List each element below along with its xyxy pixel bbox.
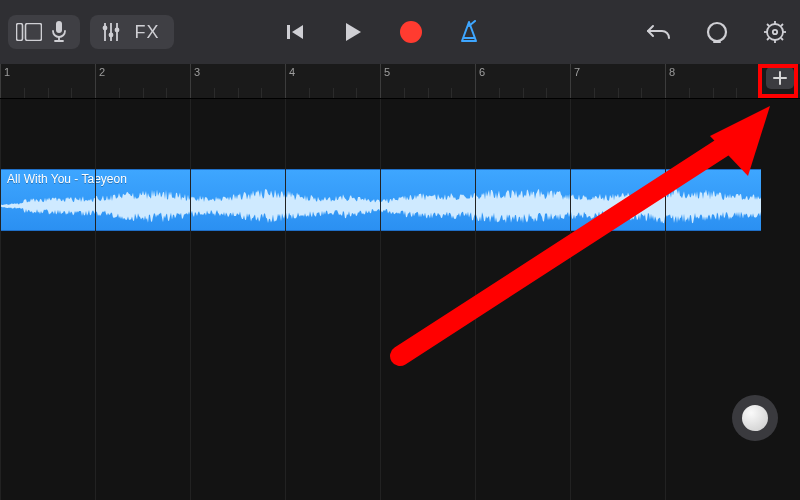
beat-tick: [594, 88, 595, 98]
beat-tick: [333, 88, 334, 98]
beat-tick: [618, 88, 619, 98]
bar-line: [475, 99, 476, 500]
waveform-icon: [1, 186, 761, 226]
record-icon[interactable]: [396, 17, 426, 47]
beat-tick: [48, 88, 49, 98]
bar-line: [190, 64, 191, 98]
beat-tick: [523, 88, 524, 98]
bar-line: [95, 64, 96, 98]
beat-tick: [356, 88, 357, 98]
assistive-touch-button[interactable]: [732, 395, 778, 441]
bar-line: [665, 64, 666, 98]
tracks-view-icon[interactable]: [14, 17, 44, 47]
svg-point-16: [767, 24, 783, 40]
beat-tick: [546, 88, 547, 98]
beat-tick: [713, 88, 714, 98]
beat-tick: [641, 88, 642, 98]
fx-button[interactable]: FX: [126, 17, 168, 47]
bar-number-label: 1: [4, 66, 10, 78]
beat-tick: [499, 88, 500, 98]
bar-number-label: 6: [479, 66, 485, 78]
bar-line: [190, 99, 191, 500]
view-mic-group: [8, 15, 80, 49]
audio-region-label: All With You - Taeyeon: [7, 172, 127, 186]
mixer-fx-group: FX: [90, 15, 174, 49]
svg-line-24: [767, 38, 769, 40]
bar-number-label: 7: [574, 66, 580, 78]
beat-tick: [71, 88, 72, 98]
beat-tick: [309, 88, 310, 98]
svg-rect-11: [287, 25, 290, 39]
timeline-ruler[interactable]: 12345678: [0, 64, 800, 99]
beat-tick: [238, 88, 239, 98]
bar-number-label: 5: [384, 66, 390, 78]
beat-tick: [119, 88, 120, 98]
svg-rect-2: [56, 21, 62, 33]
settings-gear-icon[interactable]: [760, 17, 790, 47]
beat-tick: [214, 88, 215, 98]
bar-line: [0, 64, 1, 98]
svg-rect-0: [17, 24, 23, 41]
bar-line: [285, 64, 286, 98]
svg-line-25: [781, 24, 783, 26]
svg-point-9: [109, 33, 114, 38]
svg-line-22: [767, 24, 769, 26]
beat-tick: [143, 88, 144, 98]
svg-point-17: [773, 30, 777, 34]
bar-line: [570, 99, 571, 500]
bar-line: [380, 64, 381, 98]
add-section-button[interactable]: [766, 67, 794, 89]
bar-line: [665, 99, 666, 500]
tracks-area[interactable]: All With You - Taeyeon: [0, 99, 800, 500]
bar-number-label: 8: [669, 66, 675, 78]
svg-point-8: [103, 26, 108, 31]
bar-number-label: 4: [289, 66, 295, 78]
svg-point-10: [115, 28, 120, 33]
beat-tick: [451, 88, 452, 98]
loop-browser-icon[interactable]: [702, 17, 732, 47]
bar-line: [0, 99, 1, 500]
play-icon[interactable]: [338, 17, 368, 47]
svg-point-14: [708, 23, 726, 41]
beat-tick: [736, 88, 737, 98]
beat-tick: [689, 88, 690, 98]
microphone-icon[interactable]: [44, 17, 74, 47]
svg-line-23: [781, 38, 783, 40]
beat-tick: [428, 88, 429, 98]
undo-icon[interactable]: [644, 17, 674, 47]
beat-tick: [404, 88, 405, 98]
toolbar: FX: [0, 0, 800, 64]
bar-line: [570, 64, 571, 98]
toolbar-right-group: [616, 0, 790, 64]
beat-tick: [166, 88, 167, 98]
transport-group: [280, 0, 484, 64]
bar-line: [285, 99, 286, 500]
mixer-icon[interactable]: [96, 17, 126, 47]
svg-rect-1: [26, 24, 42, 41]
beat-tick: [261, 88, 262, 98]
beat-tick: [24, 88, 25, 98]
metronome-icon[interactable]: [454, 17, 484, 47]
bar-line: [475, 64, 476, 98]
go-to-start-icon[interactable]: [280, 17, 310, 47]
bar-line: [95, 99, 96, 500]
bar-number-label: 3: [194, 66, 200, 78]
bar-line: [380, 99, 381, 500]
bar-number-label: 2: [99, 66, 105, 78]
